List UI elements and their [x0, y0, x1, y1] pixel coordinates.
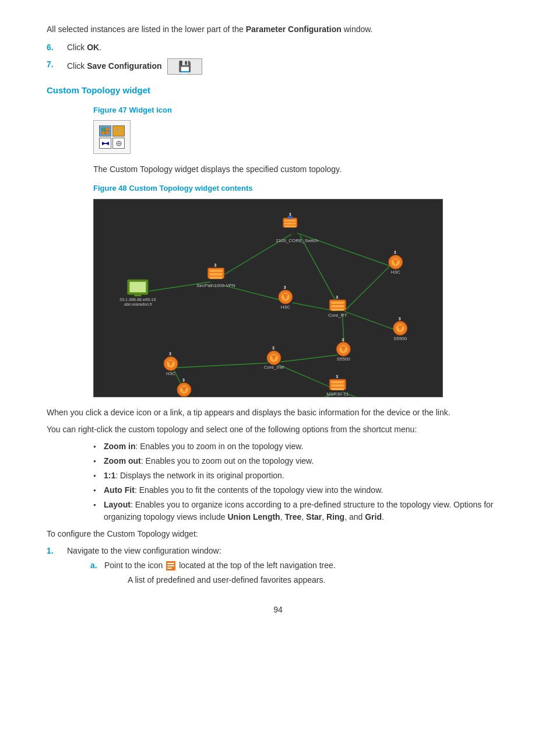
svg-text:3: 3 [214, 263, 217, 267]
svg-text:3: 3 [394, 250, 396, 254]
right-click-info: You can right-click the custom topology … [47, 424, 509, 436]
svg-rect-2 [101, 131, 105, 134]
step-7: 7. Click Save Configuration 💾 [47, 58, 509, 75]
bullet-dot: ● [93, 443, 104, 450]
save-icon: 💾 [178, 59, 191, 75]
nav-tree-icon [166, 561, 175, 570]
configure-step-1-num: 1. [47, 545, 64, 557]
figure-48-caption: Figure 48 Custom Topology widget content… [93, 183, 509, 194]
bullet-dot-4: ● [93, 487, 104, 494]
svg-rect-30 [284, 225, 296, 227]
svg-text:3: 3 [399, 316, 401, 320]
save-configuration-button[interactable]: 💾 [167, 58, 202, 75]
svg-text:3: 3 [272, 346, 275, 350]
svg-rect-104 [167, 568, 172, 569]
svg-rect-58 [331, 308, 344, 310]
widget-icon-box: 🔧 [93, 120, 131, 154]
svg-rect-102 [167, 563, 174, 564]
svg-text:.abo.wanadoo.fr: .abo.wanadoo.fr [123, 302, 152, 306]
svg-text:3: 3 [336, 374, 338, 379]
svg-rect-89 [331, 388, 344, 390]
bl-icon [101, 139, 110, 148]
svg-text:S5500: S5500 [337, 356, 351, 362]
bullet-text-layout: Layout: Enables you to organize icons ac… [104, 499, 509, 523]
svg-text:S5500: S5500 [393, 335, 407, 341]
widget-cell-tr: 🔧 [112, 125, 125, 136]
svg-rect-88 [331, 384, 344, 387]
svg-text:3: 3 [182, 378, 185, 382]
svg-rect-57 [331, 304, 344, 307]
bullet-text-zoom-in: Zoom in: Enables you to zoom in on the t… [104, 440, 509, 453]
svg-text:H3C: H3C [166, 371, 175, 376]
svg-text:SecPath1000-VPN: SecPath1000-VPN [196, 283, 235, 288]
widget-icon-inner: 🔧 [99, 125, 125, 149]
svg-rect-46 [129, 282, 146, 292]
svg-rect-29 [284, 222, 296, 224]
svg-rect-40 [210, 270, 223, 272]
svg-rect-47 [134, 295, 141, 296]
step-7-content: Click Save Configuration 💾 [67, 58, 509, 75]
intro-paragraph: All selected instances are listed in the… [47, 23, 509, 36]
page-number: 94 [47, 604, 509, 616]
svg-marker-6 [105, 142, 109, 145]
bullet-text-auto-fit: Auto Fit: Enables you to fit the content… [104, 484, 509, 496]
desc-text: The Custom Topology widget displays the … [93, 163, 509, 176]
click-info: When you click a device icon or a link, … [47, 407, 509, 419]
bullet-text-zoom-out: Zoom out: Enables you to zoom out on the… [104, 455, 509, 467]
nav-icon-svg [166, 561, 175, 570]
svg-text:Core_SW: Core_SW [264, 365, 284, 370]
svg-rect-42 [210, 276, 223, 279]
svg-rect-87 [331, 381, 344, 383]
bullet-zoom-out: ● Zoom out: Enables you to zoom out on t… [93, 455, 509, 467]
bullet-dot-5: ● [93, 502, 104, 509]
intro-text: All selected instances are listed in the… [47, 24, 246, 34]
svg-rect-103 [167, 565, 174, 566]
svg-rect-0 [101, 128, 105, 131]
bullet-layout: ● Layout: Enables you to organize icons … [93, 499, 509, 523]
svg-marker-5 [102, 142, 105, 145]
svg-text:3: 3 [342, 337, 344, 341]
bullet-auto-fit: ● Auto Fit: Enables you to fit the conte… [93, 484, 509, 496]
svg-text:3: 3 [336, 295, 338, 299]
svg-rect-3 [105, 131, 109, 134]
svg-rect-1 [105, 128, 109, 131]
widget-cell-tl [99, 125, 111, 136]
bullet-dot-2: ● [93, 458, 104, 465]
section-heading: Custom Topology widget [47, 84, 509, 97]
bullet-list: ● Zoom in: Enables you to zoom in on the… [93, 440, 509, 523]
svg-rect-41 [210, 273, 223, 275]
step-7-number: 7. [47, 58, 64, 71]
configure-step-1: 1. Navigate to the view configuration wi… [47, 545, 509, 586]
sub-step-a-letter: a. [90, 559, 104, 572]
br-icon [114, 139, 124, 148]
svg-text:H3C: H3C [281, 304, 290, 309]
step-6: 6. Click OK. [47, 41, 509, 54]
intro-bold: Parameter Configuration [246, 24, 342, 34]
bullet-1-1: ● 1:1: Displays the network in its origi… [93, 470, 509, 482]
svg-rect-31 [288, 216, 293, 218]
configure-text: To configure the Custom Topology widget: [47, 528, 509, 540]
svg-text:33-1-388-88.w90-16: 33-1-388-88.w90-16 [119, 297, 156, 301]
svg-rect-56 [331, 301, 344, 303]
step-6-content: Click OK. [67, 41, 509, 54]
svg-text:MSR30-11: MSR30-11 [326, 391, 349, 397]
sub-steps: a. Point to the icon located at the top … [90, 559, 509, 586]
svg-text:3: 3 [284, 285, 286, 289]
node-pc [127, 279, 148, 296]
svg-rect-28 [284, 219, 296, 221]
svg-text:3: 3 [169, 352, 171, 356]
figure-47-caption: Figure 47 Widget icon [93, 104, 509, 116]
svg-text:2100_CORE_Switch: 2100_CORE_Switch [276, 237, 318, 243]
svg-text:H3C: H3C [391, 270, 400, 275]
svg-text:Core_RT: Core_RT [328, 312, 347, 317]
topology-figure: 3 2100_CORE_Switch 3 H3C 3 SecPath1000-V… [93, 199, 443, 397]
widget-cell-br [112, 138, 125, 149]
intro-text2: window. [342, 24, 373, 34]
bullet-dot-3: ● [93, 473, 104, 480]
configure-step-1-content: Navigate to the view configuration windo… [67, 545, 509, 586]
bullet-text-1-1: 1:1: Displays the network in its origina… [104, 470, 509, 482]
sub-step-a-text: Point to the icon located at the top of … [104, 559, 336, 572]
sub-step-a-indent: A list of predefined and user-defined fa… [128, 574, 509, 586]
topology-svg: 3 2100_CORE_Switch 3 H3C 3 SecPath1000-V… [94, 200, 442, 397]
step-6-number: 6. [47, 41, 64, 54]
